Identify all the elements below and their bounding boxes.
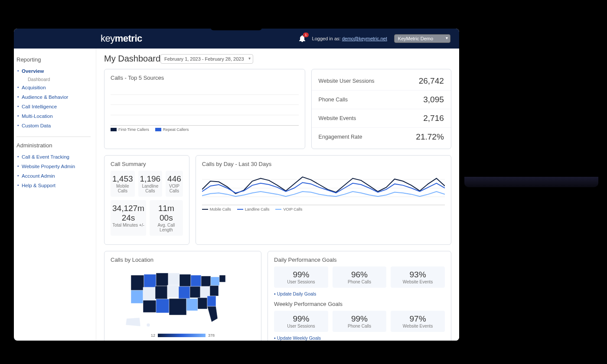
update-daily-goals-link[interactable]: Update Daily Goals: [274, 291, 316, 296]
kpi-row: Website User Sessions26,742: [312, 72, 451, 91]
legend-repeat: Repeat Callers: [155, 127, 189, 132]
svg-rect-12: [219, 275, 225, 282]
svg-rect-24: [186, 299, 198, 311]
svg-rect-5: [144, 274, 156, 287]
sidebar-item-account-admin[interactable]: Account Admin: [16, 171, 96, 181]
sidebar: Reporting Overview Dashboard Acquisition…: [14, 49, 96, 341]
card-kpis: Website User Sessions26,742Phone Calls3,…: [311, 69, 451, 149]
sidebar-subitem-dashboard[interactable]: Dashboard: [16, 76, 96, 83]
card-call-summary: Call Summary 1,453Mobile Calls1,196Landl…: [104, 155, 189, 245]
svg-rect-8: [179, 274, 191, 286]
svg-rect-16: [167, 285, 179, 297]
legend-first-time: First-Time Callers: [111, 127, 149, 132]
svg-rect-22: [156, 299, 169, 313]
goal-cell: 96%Phone Calls: [333, 266, 387, 288]
sidebar-section-reporting: Reporting: [16, 56, 96, 63]
goal-cell: 97%Website Events: [391, 311, 445, 332]
sidebar-item-call-intelligence[interactable]: Call Intelligence: [16, 102, 96, 111]
svg-rect-7: [168, 273, 179, 285]
svg-rect-17: [179, 286, 190, 299]
sidebar-item-help[interactable]: Help & Support: [16, 181, 96, 190]
date-range-select[interactable]: February 1, 2023 - February 28, 2023: [160, 54, 253, 64]
card-performance-goals: Daily Performance Goals 99%User Sessions…: [268, 251, 451, 341]
kpi-row: Engagement Rate21.72%: [312, 128, 451, 146]
weekly-goals-title: Weekly Performance Goals: [274, 301, 445, 307]
svg-rect-25: [198, 298, 207, 309]
top-sources-title: Calls - Top 5 Sources: [111, 75, 299, 81]
summary-cell: 34,127m 24sTotal Minutes +/-: [111, 200, 146, 236]
map-min: 12: [151, 333, 155, 338]
summary-cell: 446VOIP Calls: [166, 171, 183, 197]
kpi-row: Website Events2,716: [312, 109, 451, 128]
logged-in-label: Logged in as: demo@keymetric.net: [312, 36, 387, 41]
legend-mobile: Mobile Calls: [202, 207, 231, 211]
top-bar: keymetric 1 Logged in as: demo@keymetric…: [14, 29, 459, 49]
card-calls-by-day: Calls by Day - Last 30 Days Mobile Calls…: [196, 155, 451, 245]
byday-title: Calls by Day - Last 30 Days: [202, 161, 445, 167]
card-top-sources: Calls - Top 5 Sources First-Time Callers…: [104, 69, 305, 149]
svg-rect-23: [169, 299, 186, 315]
sidebar-item-website-admin[interactable]: Website Property Admin: [16, 162, 96, 171]
calls-by-day-chart: [202, 171, 445, 205]
goal-cell: 99%User Sessions: [274, 311, 328, 332]
svg-rect-9: [191, 275, 201, 286]
svg-rect-15: [155, 286, 167, 299]
notifications-bell-icon[interactable]: 1: [299, 35, 305, 42]
brand-logo: keymetric: [101, 33, 142, 44]
update-weekly-goals-link[interactable]: Update Weekly Goals: [274, 335, 321, 341]
svg-rect-10: [201, 276, 211, 286]
account-select[interactable]: KeyMetric Demo: [394, 34, 450, 43]
summary-cell: 11m 00sAvg. Call Length: [150, 200, 183, 236]
svg-rect-4: [131, 275, 144, 290]
legend-voip: VOIP Calls: [275, 207, 302, 211]
svg-rect-14: [143, 287, 155, 300]
summary-cell: 1,453Mobile Calls: [111, 171, 135, 197]
svg-rect-13: [131, 290, 143, 303]
sidebar-item-audience[interactable]: Audience & Behavior: [16, 92, 96, 102]
daily-goals-title: Daily Performance Goals: [274, 257, 445, 263]
svg-marker-28: [126, 318, 140, 326]
summary-cell: 1,196Landline Calls: [138, 171, 163, 197]
svg-rect-26: [207, 296, 216, 306]
location-title: Calls by Location: [111, 257, 255, 263]
goal-cell: 99%Phone Calls: [333, 311, 387, 332]
logged-in-user-link[interactable]: demo@keymetric.net: [342, 36, 387, 41]
top-sources-chart: [111, 84, 299, 126]
svg-point-29: [147, 323, 150, 327]
page-title: My Dashboard: [104, 54, 160, 64]
svg-rect-18: [190, 286, 200, 298]
us-map-icon: [122, 266, 244, 332]
svg-rect-6: [156, 273, 168, 286]
card-calls-by-location: Calls by Location: [104, 251, 261, 341]
svg-marker-27: [207, 306, 218, 322]
goal-cell: 99%User Sessions: [274, 266, 328, 288]
kpi-row: Phone Calls3,095: [312, 91, 451, 109]
summary-title: Call Summary: [111, 161, 183, 167]
sidebar-section-admin: Administration: [16, 142, 96, 149]
goal-cell: 93%Website Events: [391, 266, 445, 288]
svg-rect-11: [211, 277, 219, 286]
svg-rect-20: [210, 286, 219, 296]
legend-landline: Landline Calls: [237, 207, 270, 211]
map-max: 378: [208, 333, 215, 338]
sidebar-item-call-tracking[interactable]: Call & Event Tracking: [16, 152, 96, 162]
sidebar-item-multi-location[interactable]: Multi-Location: [16, 111, 96, 121]
sidebar-item-custom-data[interactable]: Custom Data: [16, 121, 96, 130]
notification-badge: 1: [303, 32, 308, 37]
sidebar-item-acquisition[interactable]: Acquisition: [16, 83, 96, 92]
svg-rect-21: [143, 300, 156, 312]
map-gradient-icon: [158, 334, 206, 337]
sidebar-item-overview[interactable]: Overview: [16, 66, 96, 76]
